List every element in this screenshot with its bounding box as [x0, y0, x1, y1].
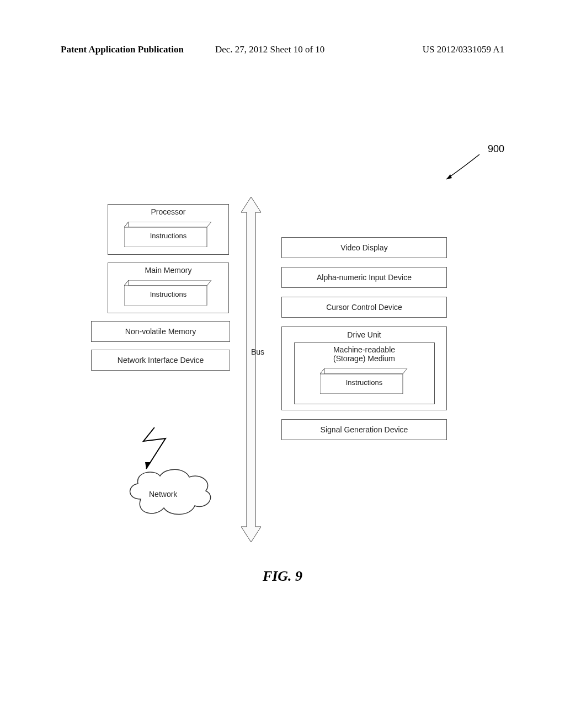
bus-label: Bus [251, 347, 264, 356]
nonvolatile-memory-box: Non-volatile Memory [91, 321, 230, 342]
processor-instructions-block: Instructions [124, 222, 212, 247]
right-column: Video Display Alpha-numeric Input Device… [281, 237, 452, 449]
machine-readable-medium-box: Machine-readable (Storage) Medium Instru… [294, 342, 435, 404]
cursor-control-label: Cursor Control Device [326, 303, 402, 312]
main-memory-box: Main Memory Instructions [108, 263, 229, 313]
drive-unit-box: Drive Unit Machine-readable (Storage) Me… [281, 326, 447, 410]
video-display-label: Video Display [340, 243, 387, 252]
figure-caption: FIG. 9 [0, 568, 565, 585]
network-label: Network [149, 490, 177, 499]
signal-gen-label: Signal Generation Device [321, 425, 408, 434]
svg-marker-1 [241, 197, 261, 542]
signal-gen-box: Signal Generation Device [281, 419, 447, 440]
svg-marker-0 [446, 174, 452, 179]
header-mid: Dec. 27, 2012 Sheet 10 of 10 [215, 44, 324, 55]
alpha-input-box: Alpha-numeric Input Device [281, 267, 447, 288]
figure-diagram: Bus Processor Instructions Main Memory [91, 204, 477, 538]
cursor-control-box: Cursor Control Device [281, 297, 447, 318]
header-right: US 2012/0331059 A1 [423, 44, 504, 55]
drive-unit-title: Drive Unit [285, 330, 443, 340]
svg-marker-9 [320, 368, 407, 374]
drive-instr-label: Instructions [320, 378, 408, 387]
processor-title: Processor [110, 207, 226, 217]
reference-number: 900 [488, 143, 504, 155]
header-left: Patent Application Publication [61, 44, 184, 55]
medium-line2: (Storage) Medium [297, 354, 432, 363]
reference-leader-icon [438, 152, 482, 185]
bus-arrow-icon [234, 196, 268, 543]
network-link-icon [113, 427, 179, 472]
main-memory-title: Main Memory [110, 266, 226, 276]
memory-instr-label: Instructions [124, 290, 212, 298]
svg-marker-5 [124, 280, 211, 286]
nv-label: Non-volatile Memory [125, 327, 196, 336]
svg-marker-2 [124, 222, 211, 227]
nid-label: Network Interface Device [118, 356, 204, 365]
drive-instructions-block: Instructions [320, 368, 408, 394]
medium-line1: Machine-readable [297, 345, 432, 354]
processor-box: Processor Instructions [108, 204, 229, 255]
alpha-input-label: Alpha-numeric Input Device [317, 273, 412, 282]
network-interface-box: Network Interface Device [91, 350, 230, 371]
processor-instr-label: Instructions [124, 232, 212, 240]
left-column: Processor Instructions Main Memory Instr… [91, 204, 230, 371]
memory-instructions-block: Instructions [124, 280, 212, 306]
video-display-box: Video Display [281, 237, 447, 258]
